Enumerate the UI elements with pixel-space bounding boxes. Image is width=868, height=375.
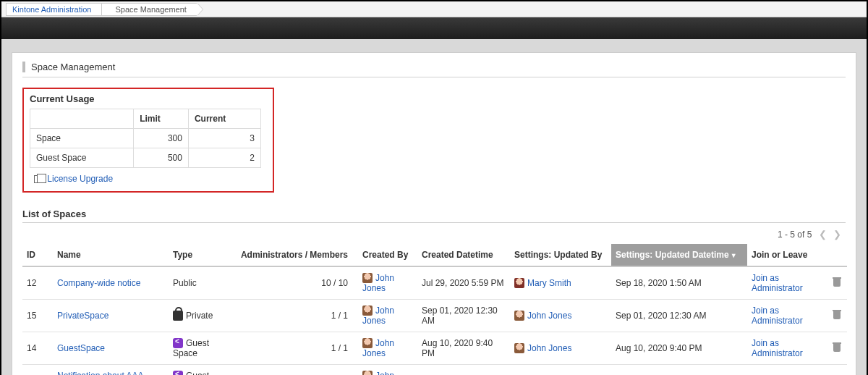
spaces-table: ID Name Type Administrators / Members Cr… [22, 244, 847, 375]
divider [22, 77, 846, 77]
avatar-icon [362, 273, 373, 283]
trash-icon[interactable] [833, 310, 841, 319]
pager: 1 - 5 of 5 ❮ ❯ [22, 227, 846, 244]
type-label: Private [186, 311, 213, 321]
guest-icon [173, 371, 183, 375]
current-usage-header: Current Usage [30, 93, 267, 104]
cell-created-by: John Jones [358, 300, 417, 332]
col-created-dt[interactable]: Created Datetime [417, 244, 510, 266]
avatar-icon [362, 306, 373, 316]
user-link[interactable]: John Jones [527, 311, 571, 321]
license-upgrade-link[interactable]: License Upgrade [47, 174, 113, 184]
avatar-icon [514, 278, 524, 288]
usage-label: Space [30, 129, 134, 148]
usage-col-limit: Limit [134, 109, 189, 129]
space-name-link[interactable]: PrivateSpace [57, 311, 109, 321]
col-name[interactable]: Name [53, 244, 169, 266]
trash-icon[interactable] [833, 342, 841, 352]
usage-row: Guest Space 500 2 [30, 148, 261, 168]
avatar-icon [514, 343, 524, 353]
col-created-by[interactable]: Created By [358, 244, 417, 266]
breadcrumb-root[interactable]: Kintone Administration [6, 3, 101, 16]
space-name-link[interactable]: GuestSpace [57, 343, 105, 353]
cell-name: Company-wide notice [53, 266, 169, 300]
join-leave-link[interactable]: Join as Administrator [752, 338, 803, 358]
guest-icon [173, 338, 183, 348]
cell-admins: 1 / 1 [235, 332, 358, 365]
cell-admins: 10 / 10 [235, 266, 358, 300]
app-header-bar [1, 17, 867, 39]
trash-icon[interactable] [833, 277, 841, 287]
cell-delete [828, 300, 847, 332]
space-name-link[interactable]: Company-wide notice [57, 278, 140, 288]
col-type[interactable]: Type [169, 244, 235, 266]
usage-limit: 300 [134, 129, 189, 148]
cell-join: Join as Administrator [747, 266, 828, 300]
cell-type: Public [169, 266, 235, 300]
cell-created-by: John Jones [358, 266, 417, 300]
external-link-icon [34, 175, 42, 183]
cell-delete [828, 332, 847, 365]
cell-created-dt: Sep 01, 2020 12:30 AM [417, 300, 510, 332]
space-name-link[interactable]: Notification about AAA project [57, 371, 143, 375]
usage-col-blank [30, 109, 134, 129]
col-updated-dt[interactable]: Settings: Updated Datetime▼ [611, 244, 747, 266]
cell-updated-dt: Sep 18, 2020 1:50 AM [611, 266, 747, 300]
cell-type: Guest Space [169, 365, 235, 376]
lock-icon [173, 311, 183, 321]
col-join[interactable]: Join or Leave [747, 244, 828, 266]
usage-current: 2 [188, 148, 260, 168]
usage-col-current: Current [188, 109, 260, 129]
cell-id: 13 [22, 365, 53, 376]
avatar-icon [362, 371, 373, 375]
type-label: Public [173, 278, 197, 288]
page-title: Space Management [22, 62, 846, 72]
cell-delete [828, 365, 847, 376]
cell-updated-by: John Jones [510, 332, 611, 365]
col-admins[interactable]: Administrators / Members [235, 244, 358, 266]
table-row: 15 PrivateSpace Private 1 / 1 John Jones… [22, 300, 847, 332]
cell-updated-dt: Sep 01, 2020 12:30 AM [611, 300, 747, 332]
col-updated-by[interactable]: Settings: Updated By [510, 244, 611, 266]
usage-table: Limit Current Space 300 3 Guest Space 50… [30, 109, 261, 168]
list-header: List of Spaces [22, 208, 846, 219]
cell-updated-by: John Jones [510, 300, 611, 332]
cell-id: 12 [22, 266, 53, 300]
avatar-icon [362, 338, 373, 348]
cell-created-dt: Aug 10, 2020 9:40 PM [417, 332, 510, 365]
cell-name: GuestSpace [53, 332, 169, 365]
usage-row: Space 300 3 [30, 129, 261, 148]
user-link[interactable]: John Jones [527, 343, 571, 353]
breadcrumb: Kintone Administration Space Management [1, 1, 867, 17]
cell-name: PrivateSpace [53, 300, 169, 332]
cell-updated-dt: Aug 10, 2020 9:40 PM [611, 332, 747, 365]
usage-limit: 500 [134, 148, 189, 168]
table-row: 12 Company-wide notice Public 10 / 10 Jo… [22, 266, 847, 300]
breadcrumb-current: Space Management [101, 3, 196, 16]
pager-next-icon[interactable]: ❯ [833, 229, 841, 240]
usage-label: Guest Space [30, 148, 134, 168]
cell-admins: 4 / 6 [235, 365, 358, 376]
table-row: 14 GuestSpace Guest Space 1 / 1 John Jon… [22, 332, 847, 365]
cell-created-dt: Jul 29, 2020 5:59 PM [417, 266, 510, 300]
join-leave-link[interactable]: Join as Administrator [752, 273, 803, 293]
pager-prev-icon[interactable]: ❮ [819, 229, 827, 240]
col-actions [828, 244, 847, 266]
sort-desc-icon: ▼ [731, 252, 737, 259]
col-id[interactable]: ID [22, 244, 53, 266]
current-usage-box: Current Usage Limit Current Space 300 3 … [22, 88, 274, 193]
cell-created-by: John Jones [358, 365, 417, 376]
cell-updated-by: Mary Smith [510, 266, 611, 300]
usage-current: 3 [188, 129, 260, 148]
table-row: 13 Notification about AAA project Guest … [22, 365, 847, 376]
col-updated-dt-label: Settings: Updated Datetime [616, 250, 729, 260]
cell-delete [828, 266, 847, 300]
cell-updated-by: John Jones [510, 365, 611, 376]
cell-join: Join as Administrator [747, 332, 828, 365]
license-upgrade-row: License Upgrade [30, 168, 267, 184]
join-leave-link[interactable]: Join as Administrator [752, 306, 803, 326]
breadcrumb-root-link[interactable]: Kintone Administration [12, 5, 91, 14]
user-link[interactable]: Mary Smith [527, 278, 571, 288]
cell-type: Guest Space [169, 332, 235, 365]
cell-updated-dt: Jul 30, 2020 7:27 PM [611, 365, 747, 376]
